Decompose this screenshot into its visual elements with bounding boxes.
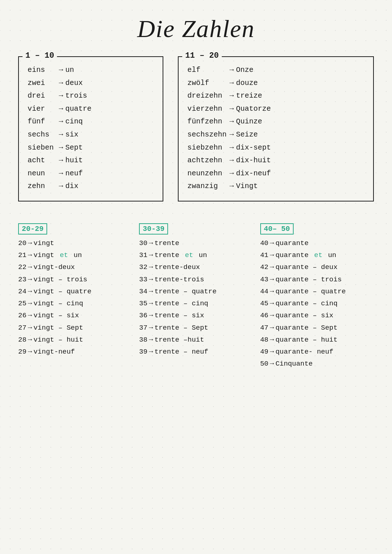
page-title: Die Zahlen	[18, 15, 374, 43]
list-item: 36→trente – six	[139, 310, 253, 322]
list-item: zwölf→douze	[187, 77, 364, 90]
col1-entries: 20→vingt 21→vingt et un 22→vingt-deux 23…	[18, 237, 132, 358]
list-item: siebzehn→dix-sept	[187, 141, 364, 154]
box-11-20: 11 – 20 elf→Onze zwölf→douze dreizehn→tr…	[178, 56, 374, 201]
column-40-50: 40– 50 40→quarante 41→quarante et un 42→…	[260, 223, 374, 370]
column-30-39: 30-39 30→trente 31→trente et un 32→trent…	[139, 223, 253, 358]
box2-label: 11 – 20	[182, 51, 221, 60]
list-item: 28→vingt – huit	[18, 334, 132, 346]
list-item: 37→trente – Sept	[139, 322, 253, 334]
list-item: 29→vingt-neuf	[18, 346, 132, 358]
list-item: eins→un	[28, 64, 154, 77]
list-item: 35→trente – cinq	[139, 298, 253, 310]
bottom-section: 20-29 20→vingt 21→vingt et un 22→vingt-d…	[18, 223, 374, 370]
list-item: sieben→Sept	[28, 141, 154, 154]
list-item: 24→vingt – quatre	[18, 286, 132, 298]
box1-label: 1 – 10	[23, 51, 57, 60]
list-item: dreizehn→treize	[187, 89, 364, 102]
list-item: 22→vingt-deux	[18, 261, 132, 273]
col2-entries: 30→trente 31→trente et un 32→trente-deux…	[139, 237, 253, 358]
list-item: 42→quarante – deux	[260, 261, 374, 273]
list-item: 50→Cinquante	[260, 358, 374, 370]
list-item: 47→quarante – Sept	[260, 322, 374, 334]
col2-header: 30-39	[139, 223, 168, 235]
list-item: 33→trente-trois	[139, 274, 253, 286]
list-item: sechs→six	[28, 128, 154, 141]
list-item: fünfzehn→Quinze	[187, 115, 364, 128]
col3-entries: 40→quarante 41→quarante et un 42→quarant…	[260, 237, 374, 370]
list-item: vierzehn→Quatorze	[187, 102, 364, 115]
list-item: 34→trente – quatre	[139, 286, 253, 298]
list-item: 38→trente –huit	[139, 334, 253, 346]
list-item: 44→quarante – quatre	[260, 286, 374, 298]
list-item: fünf→cinq	[28, 115, 154, 128]
list-item: 32→trente-deux	[139, 261, 253, 273]
list-item: vier→quatre	[28, 102, 154, 115]
list-item: 43→quarante – trois	[260, 274, 374, 286]
list-item: neun→neuf	[28, 167, 154, 180]
col1-header: 20-29	[18, 223, 47, 235]
list-item: neunzehn→dix-neuf	[187, 167, 364, 180]
list-item: 49→quarante- neuf	[260, 346, 374, 358]
list-item: 39→trente – neuf	[139, 346, 253, 358]
list-item: elf→Onze	[187, 64, 364, 77]
list-item: 45→quarante – cinq	[260, 298, 374, 310]
list-item: sechszehn→Seize	[187, 128, 364, 141]
list-item: 46→quarante – six	[260, 310, 374, 322]
list-item: 27→vingt – Sept	[18, 322, 132, 334]
list-item: 30→trente	[139, 237, 253, 249]
list-item: 26→vingt – six	[18, 310, 132, 322]
list-item: 21→vingt et un	[18, 249, 132, 261]
box2-entries: elf→Onze zwölf→douze dreizehn→treize vie…	[187, 64, 364, 193]
box-1-10: 1 – 10 eins→un zwei→deux drei→trois vier…	[18, 56, 163, 201]
box1-entries: eins→un zwei→deux drei→trois vier→quatre…	[28, 64, 154, 193]
list-item: acht→huit	[28, 154, 154, 167]
list-item: 25→vingt – cinq	[18, 298, 132, 310]
list-item: 31→trente et un	[139, 249, 253, 261]
list-item: zehn→dix	[28, 180, 154, 193]
col3-header: 40– 50	[260, 223, 294, 235]
list-item: 48→quarante – huit	[260, 334, 374, 346]
list-item: zwei→deux	[28, 77, 154, 90]
list-item: 20→vingt	[18, 237, 132, 249]
list-item: drei→trois	[28, 89, 154, 102]
list-item: achtzehn→dix-huit	[187, 154, 364, 167]
list-item: zwanzig→Vingt	[187, 180, 364, 193]
column-20-29: 20-29 20→vingt 21→vingt et un 22→vingt-d…	[18, 223, 132, 358]
list-item: 41→quarante et un	[260, 249, 374, 261]
top-section: 1 – 10 eins→un zwei→deux drei→trois vier…	[18, 56, 374, 201]
list-item: 40→quarante	[260, 237, 374, 249]
list-item: 23→vingt – trois	[18, 274, 132, 286]
